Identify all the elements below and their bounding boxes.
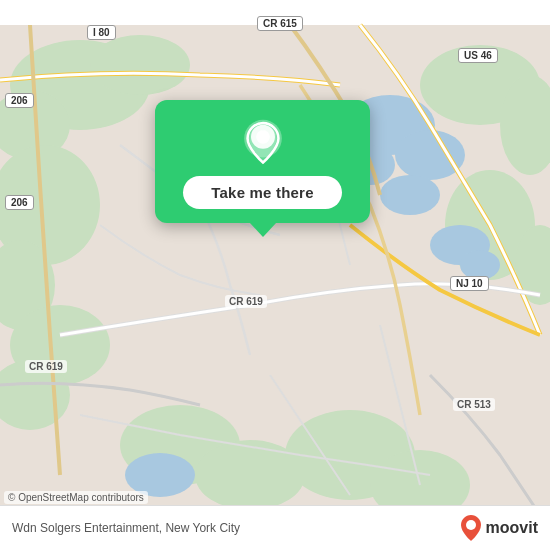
svg-point-3 bbox=[90, 35, 190, 95]
take-me-there-button[interactable]: Take me there bbox=[183, 176, 341, 209]
label-cr619-left: CR 619 bbox=[25, 360, 67, 373]
moovit-pin-icon bbox=[460, 514, 482, 542]
label-us46: US 46 bbox=[458, 48, 498, 63]
label-i80: I 80 bbox=[87, 25, 116, 40]
moovit-brand-text: moovit bbox=[486, 519, 538, 537]
label-cr513: CR 513 bbox=[453, 398, 495, 411]
location-label: Wdn Solgers Entertainment, New York City bbox=[12, 521, 240, 535]
location-card: Take me there bbox=[155, 100, 370, 223]
location-pin-icon bbox=[239, 118, 287, 166]
svg-point-26 bbox=[256, 130, 270, 144]
svg-point-27 bbox=[466, 520, 476, 530]
map-attribution: © OpenStreetMap contributors bbox=[4, 491, 148, 504]
svg-point-19 bbox=[380, 175, 440, 215]
map-container: I 80 CR 615 US 46 206 NJ 10 CR 619 CR 61… bbox=[0, 0, 550, 550]
label-route206-top: 206 bbox=[5, 93, 34, 108]
svg-point-17 bbox=[395, 130, 465, 180]
bottom-bar: Wdn Solgers Entertainment, New York City… bbox=[0, 505, 550, 550]
label-nj10: NJ 10 bbox=[450, 276, 489, 291]
moovit-logo: moovit bbox=[460, 514, 538, 542]
label-route206-left: 206 bbox=[5, 195, 34, 210]
map-background bbox=[0, 0, 550, 550]
label-cr619-mid: CR 619 bbox=[225, 295, 267, 308]
label-cr615: CR 615 bbox=[257, 16, 303, 31]
